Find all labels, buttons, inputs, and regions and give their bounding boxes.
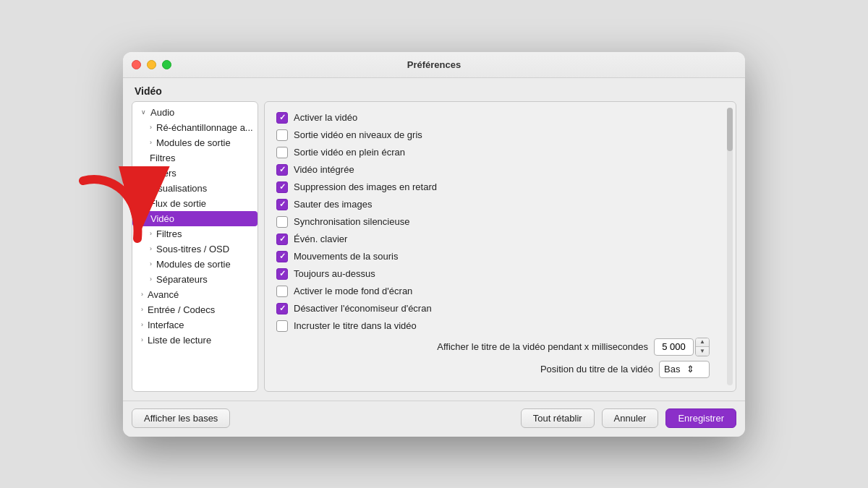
checkbox-label-mode-fond-ecran: Activer le mode fond d'écran (294, 286, 412, 296)
checkbox-item-mode-fond-ecran: Activer le mode fond d'écran (276, 286, 724, 297)
sidebar-item-label: Sous-titres / OSD (156, 244, 229, 254)
sidebar-item-sous-titres[interactable]: ›Sous-titres / OSD (132, 241, 258, 257)
scrollbar-track[interactable] (727, 108, 733, 385)
footer: Afficher les bases Tout rétablir Annuler… (123, 401, 745, 437)
duration-input[interactable] (654, 338, 694, 356)
checkbox-item-toujours-au-dessus: Toujours au-dessus (276, 268, 724, 280)
checkbox-label-sortie-niveaux-gris: Sortie vidéo en niveaux de gris (294, 129, 422, 140)
checkbox-label-sortie-plein-ecran: Sortie vidéo en plein écran (294, 147, 405, 158)
checkbox-label-sauter-images: Sauter des images (294, 199, 372, 210)
checkbox-video-integree[interactable] (276, 164, 288, 176)
position-select[interactable]: Bas⇕ (659, 361, 710, 378)
checkbox-label-video-integree: Vidéo intégrée (294, 164, 354, 175)
sidebar-item-liste-lecture[interactable]: ›Liste de lecture (132, 333, 258, 348)
checkbox-sauter-images[interactable] (276, 199, 288, 210)
show-basics-button[interactable]: Afficher les bases (132, 408, 230, 428)
sidebar-item-label: Visualisations (150, 183, 207, 194)
duration-stepper: ▲▼ (695, 338, 710, 356)
checkbox-item-sauter-images: Sauter des images (276, 199, 724, 210)
checkbox-label-even-clavier: Évén. clavier (294, 234, 347, 244)
checkbox-incruster-titre[interactable] (276, 320, 288, 332)
chevron-icon: ∨ (141, 215, 146, 222)
sidebar-item-entree-codecs[interactable]: ›Entrée / Codecs (132, 302, 258, 317)
cancel-button[interactable]: Annuler (602, 408, 659, 428)
sidebar-item-label: Filtres (150, 153, 175, 163)
position-select-value: Bas (664, 364, 682, 374)
sidebar-item-label: Séparateurs (156, 274, 208, 285)
sidebar-item-filtres-audio[interactable]: Filtres (132, 150, 258, 166)
checkbox-even-clavier[interactable] (276, 234, 288, 245)
main-content: Vidéo ∨Audio›Ré-échantillonnage a...›Mod… (123, 78, 745, 437)
select-chevron-icon: ⇕ (686, 364, 705, 374)
preferences-window: Préférences Vidéo ∨Audio›Ré-échantillonn… (123, 52, 745, 437)
sidebar-item-interface[interactable]: ›Interface (132, 317, 258, 333)
chevron-icon: › (150, 260, 152, 267)
sidebar-item-label: Interface (148, 320, 184, 330)
sidebar-item-label: Entrée / Codecs (148, 304, 215, 315)
minimize-button[interactable] (147, 60, 156, 69)
checkbox-label-suppression-images: Suppression des images en retard (294, 181, 437, 192)
sidebar-item-modules-sortie-video[interactable]: ›Modules de sortie (132, 257, 258, 272)
sidebar-item-video[interactable]: ∨Vidéo (132, 211, 258, 226)
checkbox-desactiver-economiseur[interactable] (276, 303, 288, 314)
footer-left: Afficher les bases (132, 408, 230, 428)
scrollbar-thumb (727, 108, 733, 151)
checkbox-suppression-images[interactable] (276, 181, 288, 193)
stepper-up-button[interactable]: ▲ (696, 338, 709, 347)
chevron-icon: › (141, 321, 143, 328)
sidebar-item-flux-sortie[interactable]: Flux de sortie (132, 196, 258, 211)
close-button[interactable] (132, 60, 141, 69)
sidebar-item-divers[interactable]: Divers (132, 166, 258, 181)
checkbox-label-desactiver-economiseur: Désactiver l'économiseur d'écran (294, 303, 432, 314)
reset-button[interactable]: Tout rétablir (521, 408, 595, 428)
chevron-icon: › (150, 245, 152, 252)
sidebar-item-audio[interactable]: ∨Audio (132, 105, 258, 120)
duration-input-container: ▲▼ (654, 338, 710, 356)
chevron-icon: › (141, 306, 143, 313)
checkbox-item-incruster-titre: Incruster le titre dans la vidéo (276, 320, 724, 332)
sidebar-item-modules-sortie-audio[interactable]: ›Modules de sortie (132, 135, 258, 150)
sidebar-item-label: Divers (150, 168, 176, 179)
sidebar-item-separateurs[interactable]: ›Séparateurs (132, 272, 258, 287)
sidebar-item-avance[interactable]: ›Avancé (132, 287, 258, 302)
content-area: ∨Audio›Ré-échantillonnage a...›Modules d… (123, 101, 745, 401)
duration-label: Afficher le titre de la vidéo pendant x … (437, 341, 648, 352)
sidebar-item-label: Ré-échantillonnage a... (156, 122, 253, 133)
sidebar-item-label: Flux de sortie (150, 198, 206, 209)
checkbox-item-desactiver-economiseur: Désactiver l'économiseur d'écran (276, 303, 724, 314)
window-controls (132, 60, 171, 69)
sidebar-item-filtres-video[interactable]: ›Filtres (132, 226, 258, 241)
maximize-button[interactable] (162, 60, 171, 69)
sidebar-item-label: Avancé (148, 289, 179, 300)
sidebar-item-label: Modules de sortie (156, 137, 231, 148)
checkbox-item-video-integree: Vidéo intégrée (276, 164, 724, 176)
checkbox-label-activer-video: Activer la vidéo (294, 112, 357, 123)
checkbox-toujours-au-dessus[interactable] (276, 268, 288, 280)
save-button[interactable]: Enregistrer (665, 408, 736, 428)
position-field-row: Position du titre de la vidéoBas⇕ (276, 361, 724, 378)
chevron-icon: › (141, 291, 143, 298)
duration-field-row: Afficher le titre de la vidéo pendant x … (276, 338, 724, 356)
stepper-down-button[interactable]: ▼ (696, 347, 709, 356)
checkbox-activer-video[interactable] (276, 112, 288, 124)
right-panel: Activer la vidéoSortie vidéo en niveaux … (264, 101, 736, 392)
section-title: Vidéo (123, 78, 745, 101)
sidebar-item-label: Audio (150, 107, 174, 118)
sidebar: ∨Audio›Ré-échantillonnage a...›Modules d… (132, 101, 258, 392)
sidebar-item-label: Vidéo (150, 213, 174, 224)
sidebar-item-visualisations[interactable]: Visualisations (132, 181, 258, 196)
sidebar-item-reechantillonnage[interactable]: ›Ré-échantillonnage a... (132, 120, 258, 135)
checkbox-sortie-niveaux-gris[interactable] (276, 129, 288, 141)
checkbox-synchronisation-silencieuse[interactable] (276, 216, 288, 228)
checkbox-item-suppression-images: Suppression des images en retard (276, 181, 724, 193)
checkbox-label-mouvements-souris: Mouvements de la souris (294, 251, 399, 262)
checkbox-mode-fond-ecran[interactable] (276, 286, 288, 297)
checkbox-item-activer-video: Activer la vidéo (276, 112, 724, 124)
titlebar: Préférences (123, 52, 745, 78)
checkbox-item-sortie-plein-ecran: Sortie vidéo en plein écran (276, 147, 724, 158)
footer-right: Tout rétablir Annuler Enregistrer (521, 408, 736, 428)
position-label: Position du titre de la vidéo (540, 364, 653, 374)
checkbox-label-synchronisation-silencieuse: Synchronisation silencieuse (294, 216, 409, 227)
checkbox-sortie-plein-ecran[interactable] (276, 147, 288, 158)
checkbox-mouvements-souris[interactable] (276, 251, 288, 262)
